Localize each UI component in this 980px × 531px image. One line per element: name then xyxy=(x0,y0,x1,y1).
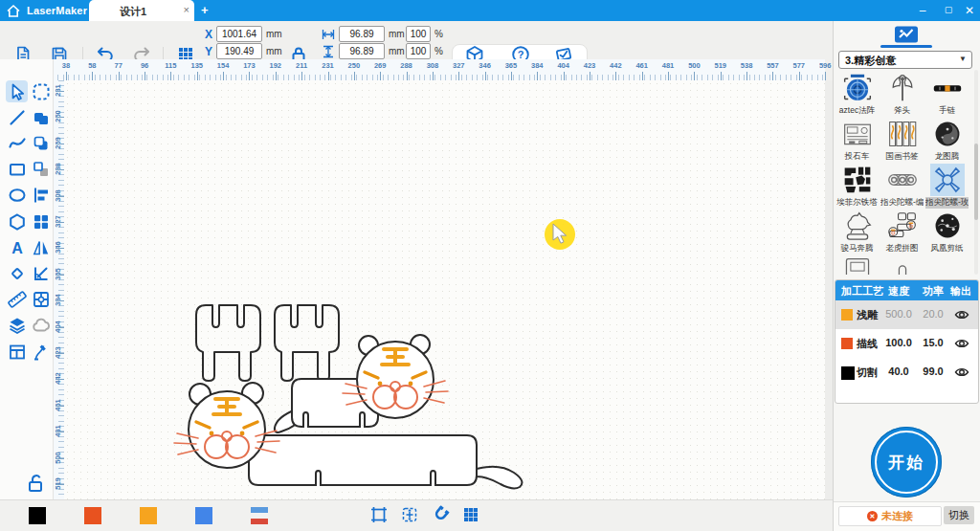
width-arrow-icon xyxy=(322,28,335,41)
tool-cloud[interactable] xyxy=(30,315,52,337)
output-eye-icon[interactable] xyxy=(954,309,969,321)
gallery-thumb xyxy=(840,72,875,104)
category-dropdown[interactable]: 3.精彩创意 ▼ xyxy=(838,51,972,69)
x-axis-label: X xyxy=(205,28,212,41)
process-row-浅雕[interactable]: 浅雕500.020.0 xyxy=(835,300,978,329)
process-name: 浅雕 xyxy=(857,308,878,322)
tool-union[interactable] xyxy=(30,106,52,128)
height-arrow-icon xyxy=(322,45,335,58)
minimize-button[interactable]: – xyxy=(914,4,931,17)
design-canvas[interactable] xyxy=(64,80,825,499)
output-eye-icon[interactable] xyxy=(954,366,969,378)
width-percent-input[interactable] xyxy=(406,26,431,42)
tool-table[interactable] xyxy=(6,341,28,363)
output-eye-icon[interactable] xyxy=(954,338,969,349)
process-row-描线[interactable]: 描线100.015.0 xyxy=(835,329,978,358)
grid-blocks-icon xyxy=(32,212,51,232)
tiger-puzzle-drawing[interactable] xyxy=(64,80,825,499)
bottom-tool-magnet[interactable] xyxy=(431,505,450,524)
gallery-tab-icon[interactable] xyxy=(894,25,919,44)
maximize-button[interactable]: ▢ xyxy=(940,5,957,14)
tab-close-icon[interactable]: × xyxy=(184,4,189,15)
gallery-item-trebuchet[interactable]: 投石车 xyxy=(835,118,879,162)
tool-measure[interactable] xyxy=(6,289,28,311)
gallery-item-spinner1[interactable]: 指尖陀螺-编... xyxy=(880,164,924,208)
gallery-item-label: aztec法阵 xyxy=(835,105,879,117)
bottom-tool-center-select[interactable] xyxy=(400,505,419,524)
ruler-label: 308 xyxy=(423,61,442,70)
tool-grid-blocks[interactable] xyxy=(30,210,52,232)
switch-device-button[interactable]: 切换 xyxy=(944,506,974,524)
canvas-scroll-gutter[interactable] xyxy=(825,80,833,499)
gallery-scrollbar-thumb[interactable] xyxy=(974,144,978,220)
gallery-item-axe[interactable]: 斧头 xyxy=(880,72,924,116)
gallery-item-eiffel[interactable]: 埃菲尔铁塔 xyxy=(835,164,879,208)
ruler-tick xyxy=(642,72,643,80)
start-button[interactable]: 开始 xyxy=(871,427,942,498)
gallery-scrollbar[interactable] xyxy=(974,70,978,275)
gallery-item-tiger[interactable]: 老虎拼图 xyxy=(880,210,924,254)
tab-design1[interactable]: 设计1 × xyxy=(89,0,194,21)
height-input[interactable] xyxy=(339,43,385,59)
tool-rectangle[interactable] xyxy=(6,159,28,181)
tool-eraser[interactable] xyxy=(6,262,28,284)
gallery-item-bookmark[interactable]: 国画书签 xyxy=(880,118,924,162)
text-icon: A xyxy=(8,238,27,257)
close-button[interactable]: ✕ xyxy=(961,4,978,17)
y-position-input[interactable] xyxy=(216,43,262,59)
gallery-item-partial-arch[interactable] xyxy=(880,255,924,275)
color-swatch-multi[interactable] xyxy=(251,507,268,524)
color-swatch-4285e8[interactable] xyxy=(195,507,212,524)
gallery-item-bracelet[interactable]: 手链 xyxy=(925,72,969,116)
tool-subtract[interactable] xyxy=(30,159,52,181)
tool-text[interactable]: A xyxy=(6,236,28,258)
gallery-thumb xyxy=(885,118,920,150)
x-position-input[interactable] xyxy=(216,26,262,42)
ruler-tick xyxy=(197,72,198,80)
ruler-tick xyxy=(799,72,800,80)
gallery-item-horse[interactable]: 骏马奔腾 xyxy=(835,210,879,254)
tool-duplicate[interactable] xyxy=(30,132,52,154)
tool-layers[interactable] xyxy=(6,315,28,337)
tool-ellipse[interactable] xyxy=(6,185,28,207)
ruler-tick xyxy=(56,458,64,459)
ruler-label: 384 xyxy=(527,61,546,70)
gallery-item-dragon[interactable]: 龙图腾 xyxy=(925,118,969,162)
tool-marquee[interactable] xyxy=(30,80,52,102)
height-percent-input[interactable] xyxy=(406,43,431,59)
bottom-tool-frame[interactable] xyxy=(369,505,389,524)
gallery-item-partial-rect[interactable] xyxy=(835,255,879,275)
gallery-item-papercut[interactable]: 凤凰剪纸 xyxy=(925,210,969,254)
tiger-body-1[interactable] xyxy=(275,335,448,432)
ruler-label: 500 xyxy=(684,61,703,70)
tool-line[interactable] xyxy=(6,106,28,128)
tool-node-pen[interactable] xyxy=(30,341,52,363)
process-row-切割[interactable]: 切割40.099.0 xyxy=(835,358,978,387)
home-icon[interactable] xyxy=(5,2,22,19)
tool-select[interactable] xyxy=(6,80,28,102)
gallery-item-spinner2[interactable]: 指尖陀螺-玫... xyxy=(925,164,969,208)
tool-mirror[interactable] xyxy=(30,236,52,258)
ruler-label: 519 xyxy=(711,61,730,70)
ruler-tick xyxy=(56,117,64,118)
gallery-item-label: 指尖陀螺-玫... xyxy=(925,197,969,209)
tool-angle[interactable] xyxy=(30,262,52,284)
magnet-icon xyxy=(431,505,450,524)
color-swatch-f6a41f[interactable] xyxy=(140,507,157,524)
process-col-1: 速度 xyxy=(880,284,918,299)
width-input[interactable] xyxy=(339,26,385,42)
tool-puzzle[interactable] xyxy=(30,289,52,311)
tool-curve[interactable] xyxy=(6,132,28,154)
tool-polygon[interactable] xyxy=(6,210,28,232)
color-swatch-e8521f[interactable] xyxy=(84,507,101,524)
gallery-thumb xyxy=(885,72,920,104)
bottom-tool-grid[interactable] xyxy=(461,505,480,524)
ruler-tick xyxy=(537,72,538,80)
ruler-tick xyxy=(458,72,459,80)
tool-align[interactable] xyxy=(30,185,52,207)
color-swatch-000000[interactable] xyxy=(29,507,46,524)
ruler-label: 538 xyxy=(737,61,756,70)
gallery-item-aztec[interactable]: aztec法阵 xyxy=(835,72,879,116)
canvas-lock-icon[interactable] xyxy=(26,473,47,494)
new-tab-button[interactable]: + xyxy=(201,3,209,17)
